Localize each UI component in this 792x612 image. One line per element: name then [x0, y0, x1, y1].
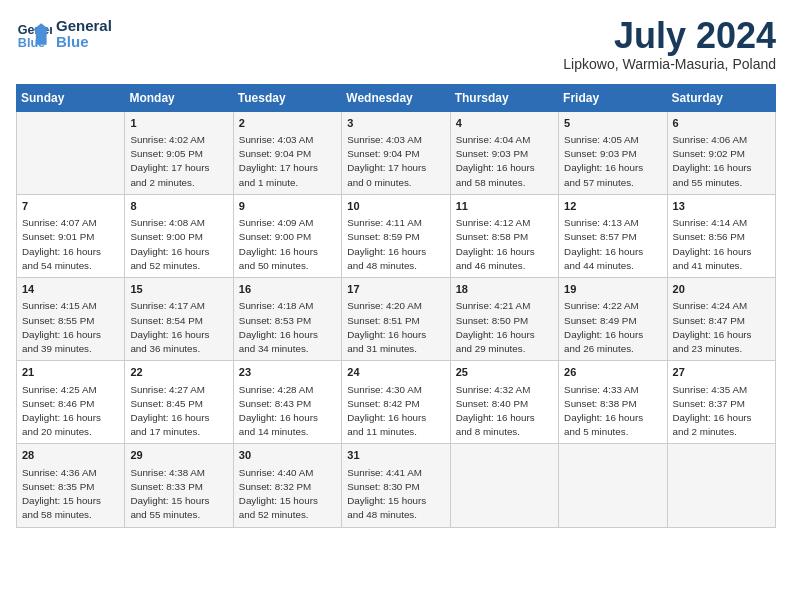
day-number: 1	[130, 116, 227, 131]
day-number: 4	[456, 116, 553, 131]
location: Lipkowo, Warmia-Masuria, Poland	[563, 56, 776, 72]
cell-content: Sunrise: 4:07 AM Sunset: 9:01 PM Dayligh…	[22, 216, 119, 273]
cell-content: Sunrise: 4:12 AM Sunset: 8:58 PM Dayligh…	[456, 216, 553, 273]
day-number: 30	[239, 448, 336, 463]
calendar-cell: 1Sunrise: 4:02 AM Sunset: 9:05 PM Daylig…	[125, 111, 233, 194]
day-number: 15	[130, 282, 227, 297]
cell-content: Sunrise: 4:04 AM Sunset: 9:03 PM Dayligh…	[456, 133, 553, 190]
col-header-sunday: Sunday	[17, 84, 125, 111]
day-number: 31	[347, 448, 444, 463]
calendar-cell: 4Sunrise: 4:04 AM Sunset: 9:03 PM Daylig…	[450, 111, 558, 194]
week-row-2: 7Sunrise: 4:07 AM Sunset: 9:01 PM Daylig…	[17, 194, 776, 277]
calendar-cell: 9Sunrise: 4:09 AM Sunset: 9:00 PM Daylig…	[233, 194, 341, 277]
cell-content: Sunrise: 4:18 AM Sunset: 8:53 PM Dayligh…	[239, 299, 336, 356]
calendar-cell: 2Sunrise: 4:03 AM Sunset: 9:04 PM Daylig…	[233, 111, 341, 194]
cell-content: Sunrise: 4:15 AM Sunset: 8:55 PM Dayligh…	[22, 299, 119, 356]
cell-content: Sunrise: 4:03 AM Sunset: 9:04 PM Dayligh…	[239, 133, 336, 190]
day-number: 22	[130, 365, 227, 380]
cell-content: Sunrise: 4:11 AM Sunset: 8:59 PM Dayligh…	[347, 216, 444, 273]
col-header-wednesday: Wednesday	[342, 84, 450, 111]
day-number: 29	[130, 448, 227, 463]
calendar-cell: 25Sunrise: 4:32 AM Sunset: 8:40 PM Dayli…	[450, 361, 558, 444]
cell-content: Sunrise: 4:35 AM Sunset: 8:37 PM Dayligh…	[673, 383, 770, 440]
calendar-cell: 30Sunrise: 4:40 AM Sunset: 8:32 PM Dayli…	[233, 444, 341, 527]
calendar-cell: 14Sunrise: 4:15 AM Sunset: 8:55 PM Dayli…	[17, 278, 125, 361]
calendar-cell	[17, 111, 125, 194]
week-row-5: 28Sunrise: 4:36 AM Sunset: 8:35 PM Dayli…	[17, 444, 776, 527]
day-number: 12	[564, 199, 661, 214]
calendar-cell: 19Sunrise: 4:22 AM Sunset: 8:49 PM Dayli…	[559, 278, 667, 361]
day-number: 19	[564, 282, 661, 297]
calendar-cell: 31Sunrise: 4:41 AM Sunset: 8:30 PM Dayli…	[342, 444, 450, 527]
day-number: 27	[673, 365, 770, 380]
day-number: 14	[22, 282, 119, 297]
day-number: 18	[456, 282, 553, 297]
cell-content: Sunrise: 4:27 AM Sunset: 8:45 PM Dayligh…	[130, 383, 227, 440]
calendar-cell: 29Sunrise: 4:38 AM Sunset: 8:33 PM Dayli…	[125, 444, 233, 527]
calendar-cell: 16Sunrise: 4:18 AM Sunset: 8:53 PM Dayli…	[233, 278, 341, 361]
calendar-cell: 15Sunrise: 4:17 AM Sunset: 8:54 PM Dayli…	[125, 278, 233, 361]
cell-content: Sunrise: 4:13 AM Sunset: 8:57 PM Dayligh…	[564, 216, 661, 273]
calendar-cell: 3Sunrise: 4:03 AM Sunset: 9:04 PM Daylig…	[342, 111, 450, 194]
page-header: General Blue General Blue July 2024 Lipk…	[16, 16, 776, 72]
day-number: 21	[22, 365, 119, 380]
col-header-thursday: Thursday	[450, 84, 558, 111]
calendar-cell: 6Sunrise: 4:06 AM Sunset: 9:02 PM Daylig…	[667, 111, 775, 194]
day-number: 7	[22, 199, 119, 214]
cell-content: Sunrise: 4:36 AM Sunset: 8:35 PM Dayligh…	[22, 466, 119, 523]
day-number: 10	[347, 199, 444, 214]
cell-content: Sunrise: 4:33 AM Sunset: 8:38 PM Dayligh…	[564, 383, 661, 440]
month-title: July 2024	[563, 16, 776, 56]
day-number: 5	[564, 116, 661, 131]
calendar-cell	[559, 444, 667, 527]
cell-content: Sunrise: 4:32 AM Sunset: 8:40 PM Dayligh…	[456, 383, 553, 440]
calendar-cell: 23Sunrise: 4:28 AM Sunset: 8:43 PM Dayli…	[233, 361, 341, 444]
week-row-1: 1Sunrise: 4:02 AM Sunset: 9:05 PM Daylig…	[17, 111, 776, 194]
day-number: 13	[673, 199, 770, 214]
day-number: 6	[673, 116, 770, 131]
day-number: 24	[347, 365, 444, 380]
col-header-tuesday: Tuesday	[233, 84, 341, 111]
calendar-cell: 11Sunrise: 4:12 AM Sunset: 8:58 PM Dayli…	[450, 194, 558, 277]
calendar-cell: 22Sunrise: 4:27 AM Sunset: 8:45 PM Dayli…	[125, 361, 233, 444]
logo-icon: General Blue	[16, 16, 52, 52]
calendar-cell: 27Sunrise: 4:35 AM Sunset: 8:37 PM Dayli…	[667, 361, 775, 444]
calendar-cell: 7Sunrise: 4:07 AM Sunset: 9:01 PM Daylig…	[17, 194, 125, 277]
logo: General Blue General Blue	[16, 16, 112, 52]
cell-content: Sunrise: 4:22 AM Sunset: 8:49 PM Dayligh…	[564, 299, 661, 356]
day-number: 16	[239, 282, 336, 297]
col-header-friday: Friday	[559, 84, 667, 111]
day-number: 9	[239, 199, 336, 214]
calendar-cell: 28Sunrise: 4:36 AM Sunset: 8:35 PM Dayli…	[17, 444, 125, 527]
cell-content: Sunrise: 4:03 AM Sunset: 9:04 PM Dayligh…	[347, 133, 444, 190]
cell-content: Sunrise: 4:38 AM Sunset: 8:33 PM Dayligh…	[130, 466, 227, 523]
cell-content: Sunrise: 4:05 AM Sunset: 9:03 PM Dayligh…	[564, 133, 661, 190]
day-number: 3	[347, 116, 444, 131]
day-number: 26	[564, 365, 661, 380]
day-number: 28	[22, 448, 119, 463]
calendar-cell: 20Sunrise: 4:24 AM Sunset: 8:47 PM Dayli…	[667, 278, 775, 361]
day-number: 23	[239, 365, 336, 380]
logo-blue: Blue	[56, 34, 112, 51]
calendar-cell: 18Sunrise: 4:21 AM Sunset: 8:50 PM Dayli…	[450, 278, 558, 361]
header-row: SundayMondayTuesdayWednesdayThursdayFrid…	[17, 84, 776, 111]
calendar-cell: 12Sunrise: 4:13 AM Sunset: 8:57 PM Dayli…	[559, 194, 667, 277]
cell-content: Sunrise: 4:21 AM Sunset: 8:50 PM Dayligh…	[456, 299, 553, 356]
cell-content: Sunrise: 4:28 AM Sunset: 8:43 PM Dayligh…	[239, 383, 336, 440]
calendar-cell: 26Sunrise: 4:33 AM Sunset: 8:38 PM Dayli…	[559, 361, 667, 444]
calendar-cell: 5Sunrise: 4:05 AM Sunset: 9:03 PM Daylig…	[559, 111, 667, 194]
cell-content: Sunrise: 4:24 AM Sunset: 8:47 PM Dayligh…	[673, 299, 770, 356]
week-row-3: 14Sunrise: 4:15 AM Sunset: 8:55 PM Dayli…	[17, 278, 776, 361]
calendar-cell: 10Sunrise: 4:11 AM Sunset: 8:59 PM Dayli…	[342, 194, 450, 277]
day-number: 20	[673, 282, 770, 297]
calendar-cell	[450, 444, 558, 527]
cell-content: Sunrise: 4:30 AM Sunset: 8:42 PM Dayligh…	[347, 383, 444, 440]
calendar-cell: 17Sunrise: 4:20 AM Sunset: 8:51 PM Dayli…	[342, 278, 450, 361]
col-header-monday: Monday	[125, 84, 233, 111]
cell-content: Sunrise: 4:08 AM Sunset: 9:00 PM Dayligh…	[130, 216, 227, 273]
cell-content: Sunrise: 4:02 AM Sunset: 9:05 PM Dayligh…	[130, 133, 227, 190]
col-header-saturday: Saturday	[667, 84, 775, 111]
cell-content: Sunrise: 4:25 AM Sunset: 8:46 PM Dayligh…	[22, 383, 119, 440]
day-number: 2	[239, 116, 336, 131]
cell-content: Sunrise: 4:06 AM Sunset: 9:02 PM Dayligh…	[673, 133, 770, 190]
